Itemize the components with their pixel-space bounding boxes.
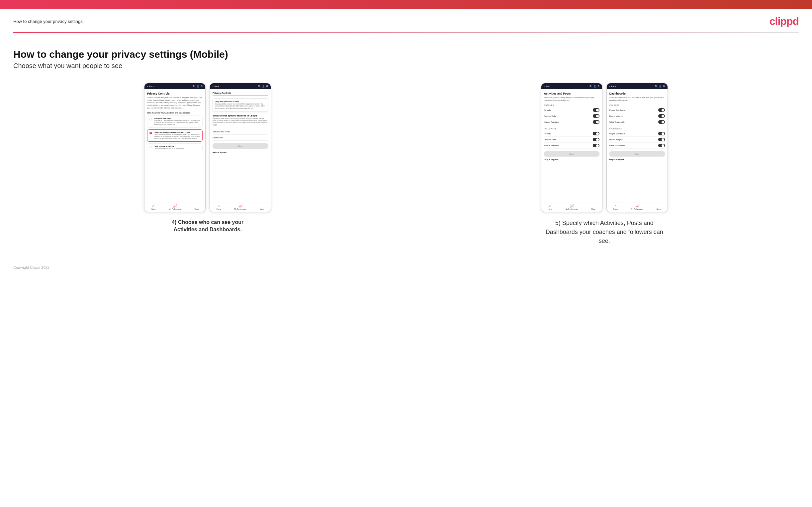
back-button-2[interactable]: < Back [212, 85, 219, 88]
person-icon-2[interactable]: 👤 [262, 85, 265, 88]
search-icon-4[interactable]: 🔍 [655, 85, 658, 88]
header: How to change your privacy settings clip… [0, 9, 812, 32]
settings-icon-4[interactable]: ⚙ [663, 85, 665, 88]
followers-drills-row: Practice Drills [544, 137, 600, 143]
back-button-4[interactable]: < Back [609, 85, 616, 88]
coaches-rounds-toggle[interactable] [593, 108, 600, 112]
nav-performance-2[interactable]: 📈 My Performance [235, 204, 247, 210]
radio-you-coach-desc: Only you and the coaches you connect wit… [154, 148, 184, 150]
screenshot-pair-1: < Back 🔍 👤 ⚙ Privacy Controls Control ho… [144, 83, 271, 212]
toggle-thumb-6 [596, 144, 599, 147]
caption-4: 4) Choose who can see your Activities an… [168, 219, 247, 234]
nav-performance-3[interactable]: 📈 My Performance [566, 204, 578, 210]
coaches-rounds-row: Rounds [544, 107, 600, 113]
help-support-3: Help & Support [544, 159, 600, 161]
coaches-what-work-toggle[interactable] [658, 120, 665, 124]
followers-rounds-toggle[interactable] [593, 132, 600, 135]
menu-icon-1: ☰ [195, 204, 198, 208]
nav-menu-4[interactable]: ☰ Menu [657, 204, 661, 210]
nav-icons-3: 🔍 👤 ⚙ [590, 85, 600, 88]
home-icon-3: ⌂ [549, 204, 551, 208]
phone-screen-2: < Back 🔍 👤 ⚙ Privacy Controls Only You a… [210, 83, 271, 212]
back-button-3[interactable]: < Back [544, 85, 551, 88]
person-icon-4[interactable]: 👤 [659, 85, 662, 88]
phone-bottom-nav-2: ⌂ Home 📈 My Performance ☰ Menu [210, 202, 271, 212]
save-btn-2[interactable]: Save [212, 143, 268, 149]
activities-posts-item[interactable]: Activities and Posts › [212, 129, 268, 135]
radio-approved[interactable]: Only Approved Followers and Your Coach O… [147, 129, 203, 142]
nav-home-2[interactable]: ⌂ Home [216, 204, 221, 210]
menu-label-1: Menu [195, 208, 199, 210]
coaches-drills-label: Practice Drills [544, 115, 556, 117]
menu-label-3: Menu [591, 208, 596, 210]
radio-everyone[interactable]: Everyone on Clippd Everyone on Clippd ca… [147, 115, 203, 128]
save-btn-3[interactable]: Save [544, 151, 600, 157]
coaches-player-dash-toggle[interactable] [658, 108, 665, 112]
radio-approved-title: Only Approved Followers and Your Coach [154, 131, 200, 133]
show-hide-title: Show or hide specific features in Clippd [212, 114, 268, 117]
save-btn-4[interactable]: Save [609, 151, 665, 157]
phone-nav-bar-1: < Back 🔍 👤 ⚙ [145, 83, 205, 89]
person-icon-1[interactable]: 👤 [197, 85, 199, 88]
nav-performance-4[interactable]: 📈 My Performance [631, 204, 643, 210]
settings-icon-3[interactable]: ⚙ [598, 85, 600, 88]
coaches-drills-toggle[interactable] [593, 114, 600, 118]
nav-performance-1[interactable]: 📈 My Performance [169, 204, 181, 210]
privacy-controls-title-1: Privacy Controls [147, 92, 203, 95]
followers-rounds-row: Rounds [544, 131, 600, 137]
search-icon-3[interactable]: 🔍 [590, 85, 592, 88]
menu-icon-2: ☰ [260, 204, 263, 208]
toggle-thumb-5 [596, 138, 599, 141]
followers-round-insights-toggle[interactable] [658, 138, 665, 142]
menu-icon-4: ☰ [657, 204, 660, 208]
screenshots-row: < Back 🔍 👤 ⚙ Privacy Controls Control ho… [13, 83, 799, 245]
back-button-1[interactable]: < Back [147, 85, 154, 88]
coaches-manual-toggle[interactable] [593, 120, 600, 124]
nav-home-4[interactable]: ⌂ Home [613, 204, 618, 210]
screenshot-group-4: < Back 🔍 👤 ⚙ Privacy Controls Control ho… [13, 83, 402, 234]
phone-body-1: Privacy Controls Control how you and you… [145, 89, 205, 202]
nav-icons-4: 🔍 👤 ⚙ [655, 85, 665, 88]
toggle-thumb-11 [662, 138, 664, 141]
phone-bottom-nav-1: ⌂ Home 📈 My Performance ☰ Menu [145, 202, 205, 212]
menu-icon-3: ☰ [592, 204, 595, 208]
radio-you-coach[interactable]: Only You and Your Coach Only you and the… [147, 143, 203, 152]
performance-icon-4: 📈 [635, 204, 639, 208]
dashboards-item[interactable]: Dashboards › [212, 135, 268, 141]
nav-menu-2[interactable]: ☰ Menu [260, 204, 264, 210]
radio-approved-content: Only Approved Followers and Your Coach O… [154, 131, 200, 140]
coaches-manual-label: Manual Activities [544, 121, 559, 123]
nav-menu-1[interactable]: ☰ Menu [195, 204, 199, 210]
settings-icon-1[interactable]: ⚙ [201, 85, 203, 88]
followers-drills-toggle[interactable] [593, 138, 600, 142]
activities-posts-label: Activities and Posts [212, 131, 230, 133]
performance-icon-3: 📈 [570, 204, 574, 208]
privacy-controls-desc-1: Control how you and your data appears to… [147, 97, 203, 109]
nav-menu-3[interactable]: ☰ Menu [591, 204, 596, 210]
settings-icon-2[interactable]: ⚙ [266, 85, 268, 88]
chevron-activities: › [267, 130, 268, 133]
followers-manual-toggle[interactable] [593, 144, 600, 147]
search-icon-1[interactable]: 🔍 [193, 85, 195, 88]
search-icon-2[interactable]: 🔍 [258, 85, 261, 88]
who-can-see-label: Who Can See Your Activities and Dashboar… [147, 112, 203, 114]
chevron-dashboards: › [267, 136, 268, 139]
followers-what-work-toggle[interactable] [658, 144, 665, 147]
radio-you-coach-content: Only You and Your Coach Only you and the… [154, 145, 184, 150]
person-icon-3[interactable]: 👤 [594, 85, 596, 88]
dashboards-desc: Select the dashboards that you'd like to… [609, 97, 665, 102]
coaches-manual-row: Manual Activities [544, 119, 600, 125]
home-label-3: Home [548, 208, 552, 210]
followers-player-dash-toggle[interactable] [658, 132, 665, 135]
screenshot-group-5: < Back 🔍 👤 ⚙ Activities and Posts Select… [410, 83, 799, 245]
nav-home-3[interactable]: ⌂ Home [548, 204, 552, 210]
followers-label-3: FOLLOWERS [544, 128, 600, 130]
phone-nav-bar-2: < Back 🔍 👤 ⚙ [210, 83, 271, 89]
page-subtitle: Choose what you want people to see [13, 62, 799, 70]
privacy-tab[interactable]: Privacy Controls [212, 92, 268, 96]
followers-what-work-label: What To Work On [609, 145, 625, 147]
coaches-round-insights-toggle[interactable] [658, 114, 665, 118]
performance-label-4: My Performance [631, 208, 643, 210]
phone-bottom-nav-4: ⌂ Home 📈 My Performance ☰ Menu [607, 202, 667, 212]
nav-home-1[interactable]: ⌂ Home [151, 204, 155, 210]
